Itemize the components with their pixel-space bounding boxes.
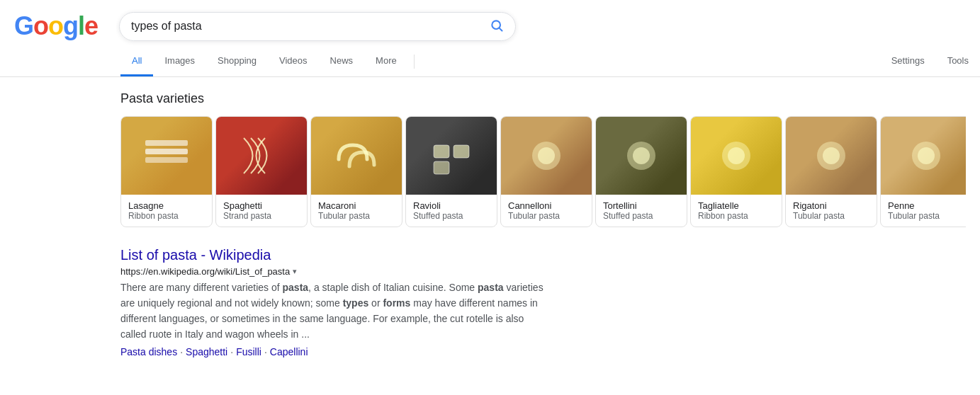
- pasta-shape-icon: [898, 131, 954, 181]
- svg-point-13: [728, 147, 745, 164]
- pasta-shape-icon: [233, 131, 290, 181]
- wiki-link-separator: ·: [264, 346, 267, 357]
- pasta-image: [596, 117, 687, 195]
- wiki-title-link[interactable]: List of pasta - Wikipedia: [120, 247, 271, 263]
- pasta-card-name: Lasagne: [128, 200, 205, 211]
- pasta-image: [311, 117, 402, 195]
- pasta-card[interactable]: RavioliStuffed pasta: [405, 116, 497, 227]
- main-content: Pasta varieties LasagneRibbon pastaSpagh…: [0, 77, 980, 372]
- search-bar: [119, 12, 516, 41]
- search-button[interactable]: [481, 18, 504, 35]
- pasta-card-name: Macaroni: [318, 200, 395, 211]
- pasta-card-type: Tubular pasta: [318, 211, 395, 221]
- tab-images[interactable]: Images: [153, 47, 206, 76]
- wiki-result: List of pasta - Wikipedia https://en.wik…: [120, 247, 546, 357]
- pasta-card-name: Penne: [888, 200, 964, 211]
- tab-news[interactable]: News: [319, 47, 365, 76]
- pasta-shape-icon: [803, 131, 860, 181]
- wiki-link-separator: ·: [230, 346, 233, 357]
- pasta-card-type: Ribbon pasta: [128, 211, 205, 221]
- pasta-card-name: Cannelloni: [508, 200, 585, 211]
- pasta-card[interactable]: CannelloniTubular pasta: [500, 116, 592, 227]
- pasta-card[interactable]: TagliatelleRibbon pasta: [690, 116, 782, 227]
- pasta-card-name: Rigatoni: [793, 200, 869, 211]
- pasta-card-type: Stuffed pasta: [413, 211, 490, 221]
- nav-divider: [414, 55, 415, 69]
- pasta-card-name: Tortellini: [603, 200, 680, 211]
- svg-point-15: [823, 147, 840, 164]
- wiki-link-separator: ·: [180, 346, 183, 357]
- wiki-sub-link[interactable]: Fusilli: [236, 346, 261, 357]
- pasta-card-type: Tubular pasta: [793, 211, 869, 221]
- svg-rect-5: [434, 145, 449, 158]
- svg-rect-2: [145, 149, 188, 154]
- wiki-sub-link[interactable]: Spaghetti: [186, 346, 227, 357]
- pasta-shape-icon: [423, 131, 480, 181]
- svg-point-11: [633, 147, 650, 164]
- svg-point-9: [538, 147, 555, 164]
- pasta-image: [691, 117, 782, 195]
- pasta-image: [501, 117, 592, 195]
- svg-rect-4: [145, 140, 188, 146]
- wiki-snippet: There are many different varieties of pa…: [120, 280, 546, 342]
- tab-shopping[interactable]: Shopping: [206, 47, 268, 76]
- wiki-sub-link[interactable]: Pasta dishes: [120, 346, 177, 357]
- wiki-dropdown-arrow[interactable]: ▾: [293, 267, 297, 276]
- search-input[interactable]: [131, 20, 481, 33]
- wiki-url-text: https://en.wikipedia.org/wiki/List_of_pa…: [120, 266, 290, 277]
- pasta-shape-icon: [518, 131, 575, 181]
- nav-tabs: All Images Shopping Videos News More Set…: [0, 41, 980, 77]
- pasta-carousel: LasagneRibbon pastaSpaghettiStrand pasta…: [120, 116, 966, 227]
- tab-more[interactable]: More: [364, 47, 408, 76]
- pasta-card[interactable]: TortelliniStuffed pasta: [595, 116, 687, 227]
- tab-settings[interactable]: Settings: [880, 47, 936, 76]
- pasta-image: [786, 117, 877, 195]
- svg-rect-3: [145, 157, 188, 163]
- svg-point-17: [918, 147, 935, 164]
- pasta-card[interactable]: SpaghettiStrand pasta: [215, 116, 308, 227]
- pasta-shape-icon: [328, 131, 385, 181]
- pasta-card[interactable]: LasagneRibbon pasta: [120, 116, 213, 227]
- tab-videos[interactable]: Videos: [268, 47, 319, 76]
- tab-tools[interactable]: Tools: [936, 47, 980, 76]
- pasta-shape-icon: [138, 131, 195, 181]
- pasta-image: [881, 117, 966, 195]
- pasta-card[interactable]: RigatoniTubular pasta: [785, 116, 877, 227]
- pasta-card-type: Tubular pasta: [888, 211, 964, 221]
- pasta-card-name: Ravioli: [413, 200, 490, 211]
- svg-rect-7: [434, 161, 449, 174]
- wiki-sub-link[interactable]: Capellini: [270, 346, 308, 357]
- pasta-image: [406, 117, 497, 195]
- pasta-card-type: Stuffed pasta: [603, 211, 680, 221]
- wiki-url: https://en.wikipedia.org/wiki/List_of_pa…: [120, 266, 546, 277]
- pasta-shape-icon: [613, 131, 670, 181]
- pasta-card-type: Strand pasta: [223, 211, 300, 221]
- svg-rect-6: [454, 145, 469, 158]
- pasta-card[interactable]: MacaroniTubular pasta: [310, 116, 402, 227]
- pasta-card-name: Spaghetti: [223, 200, 300, 211]
- wiki-links: Pasta dishes·Spaghetti·Fusilli·Capellini: [120, 346, 546, 357]
- pasta-card[interactable]: PenneTubular pasta: [880, 116, 966, 227]
- pasta-card-type: Tubular pasta: [508, 211, 585, 221]
- header: Google: [0, 0, 980, 41]
- pasta-image: [216, 117, 307, 195]
- google-logo[interactable]: Google: [14, 11, 98, 41]
- tab-all[interactable]: All: [120, 47, 153, 76]
- pasta-card-type: Ribbon pasta: [698, 211, 775, 221]
- svg-line-1: [500, 28, 502, 30]
- section-title: Pasta varieties: [120, 91, 966, 106]
- pasta-card-name: Tagliatelle: [698, 200, 775, 211]
- pasta-shape-icon: [708, 131, 765, 181]
- pasta-image: [121, 117, 212, 195]
